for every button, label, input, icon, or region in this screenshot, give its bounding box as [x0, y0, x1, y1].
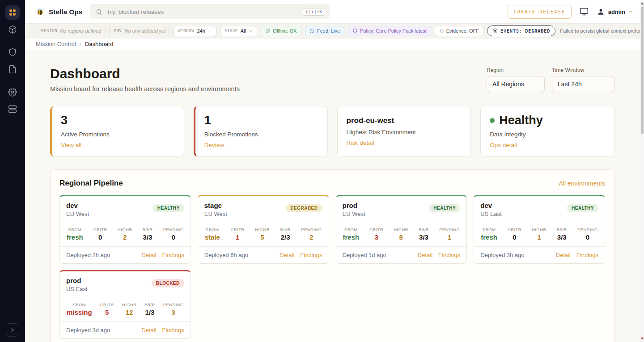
grid-icon [8, 8, 17, 17]
feed-status-chip[interactable]: Feed: Live [305, 26, 344, 36]
sidebar-item-dashboard[interactable] [5, 5, 20, 20]
risk-detail-link[interactable]: Risk detail [347, 139, 374, 146]
window-filter-chip[interactable]: WINDOW 24h [174, 26, 216, 36]
chevron-down-icon [628, 9, 633, 14]
bee-logo-icon [36, 7, 45, 16]
environment-name: dev [480, 202, 502, 209]
search-icon [96, 8, 102, 15]
deployed-time: Deployed 3d ago [66, 327, 110, 334]
breadcrumb-mission-control[interactable]: Mission Control [36, 41, 76, 47]
blocked-promotions-card: 1 Blocked Promotions Review [194, 106, 328, 157]
display-toggle-button[interactable] [580, 7, 589, 16]
shield-icon [8, 48, 17, 57]
app-shell: Stella Ops Ctrl+K CREATE RELEASE [25, 0, 644, 342]
status-badge: BLOCKED [152, 279, 184, 287]
pending-value: 1 [439, 233, 460, 241]
deployed-time: Deployed 6h ago [204, 252, 248, 258]
findings-link[interactable]: Findings [438, 252, 460, 258]
findings-link[interactable]: Findings [162, 327, 184, 334]
environment-name: prod [66, 277, 88, 284]
app-brand: Stella Ops [36, 7, 82, 16]
environment-name: prod [343, 202, 365, 209]
pipeline-card: prod EU West HEALTHY SBOMfresh CRITR3 HI… [336, 195, 467, 264]
card-label: Data Integrity [490, 131, 605, 138]
scroll-up-arrow[interactable] [641, 2, 644, 4]
search-shortcut-badge: Ctrl+K [303, 8, 325, 16]
findings-link[interactable]: Findings [162, 252, 184, 258]
highr-value: 2 [118, 233, 132, 241]
time-window-select[interactable]: Last 24h [552, 76, 614, 92]
bir-value: 1/3 [144, 308, 155, 316]
findings-link[interactable]: Findings [300, 252, 322, 258]
document-icon [8, 65, 17, 74]
create-release-button[interactable]: CREATE RELEASE [508, 5, 572, 19]
status-badge: DEGRADED [286, 204, 322, 212]
detail-link[interactable]: Detail [418, 252, 432, 258]
stage-filter-chip[interactable]: STAGE All [220, 26, 257, 36]
environment-region: EU West [66, 211, 89, 217]
main-content: Dashboard Mission board for release heal… [25, 50, 644, 342]
sidebar-item-security[interactable] [5, 45, 20, 59]
search-input[interactable] [106, 8, 299, 15]
view-all-link[interactable]: View all [61, 142, 81, 148]
user-name: admin [608, 8, 625, 15]
scroll-down-arrow[interactable] [641, 338, 644, 340]
page-title: Dashboard [50, 66, 240, 81]
bir-value: 3/3 [557, 233, 567, 241]
panel-title: Regional Pipeline [59, 179, 123, 188]
active-promotions-value: 3 [61, 114, 175, 127]
active-promotions-card: 3 Active Promotions View all [50, 106, 184, 157]
detail-link[interactable]: Detail [280, 252, 294, 258]
all-environments-link[interactable]: All environments [559, 180, 606, 187]
page-subtitle: Mission board for release health across … [50, 85, 240, 93]
region-filter-chip[interactable]: REGION No regions defined [37, 26, 106, 36]
shield-icon [352, 28, 358, 34]
sidebar-item-documents[interactable] [5, 62, 20, 76]
bir-value: 3/3 [419, 233, 429, 241]
context-bar: REGION No regions defined ENV No env def… [25, 23, 644, 38]
detail-link[interactable]: Detail [141, 327, 156, 334]
pipeline-card: stage EU West DEGRADED SBOMstale CRITR1 … [198, 195, 329, 264]
sidebar [0, 0, 25, 342]
user-icon [597, 8, 605, 16]
events-status-pill[interactable]: EVENTS: DEGRADED [487, 25, 555, 36]
sidebar-item-infrastructure[interactable] [5, 102, 20, 116]
app-title: Stella Ops [49, 8, 82, 16]
sidebar-expand-button[interactable] [6, 323, 19, 337]
critr-value: 3 [369, 233, 383, 241]
breadcrumb-separator: › [80, 41, 81, 47]
blocked-promotions-value: 1 [204, 114, 318, 127]
env-filter-chip[interactable]: ENV No env defined yet [109, 26, 170, 36]
pending-value: 0 [577, 233, 598, 241]
detail-link[interactable]: Detail [141, 252, 156, 258]
scrollbar[interactable] [640, 0, 644, 342]
environment-region: EU West [343, 211, 365, 217]
pipeline-card: prod US East BLOCKED SBOMmissing CRITR5 … [59, 270, 191, 339]
region-filter-label: Region [487, 67, 545, 73]
offline-status-chip[interactable]: Offline: OK [261, 26, 301, 36]
card-label: Highest Risk Environment [347, 129, 462, 135]
deployed-time: Deployed 2h ago [66, 252, 110, 258]
environment-name: stage [204, 202, 227, 209]
environment-region: US East [480, 211, 502, 217]
policy-status-chip[interactable]: Policy: Core Policy Pack latest [348, 26, 431, 36]
breadcrumb-current: Dashboard [85, 41, 114, 47]
context-warning-text: Failed to persist global context prefere… [560, 28, 644, 34]
deployed-time: Deployed 3h ago [480, 252, 524, 258]
global-search[interactable]: Ctrl+K [90, 4, 330, 19]
sidebar-item-releases[interactable] [5, 22, 20, 37]
region-select[interactable]: All Regions [487, 76, 545, 92]
evidence-status-chip[interactable]: Evidence: OFF [435, 26, 483, 36]
findings-link[interactable]: Findings [576, 252, 598, 258]
scrollbar-thumb[interactable] [641, 6, 644, 134]
sbom-value: fresh [481, 233, 497, 241]
review-link[interactable]: Review [204, 142, 224, 148]
detail-link[interactable]: Detail [556, 252, 571, 258]
rss-icon [309, 28, 315, 34]
sidebar-item-settings[interactable] [5, 85, 20, 99]
ops-detail-link[interactable]: Ops detail [490, 142, 517, 148]
user-menu[interactable]: admin [597, 8, 633, 16]
highest-risk-card: prod-eu-west Highest Risk Environment Ri… [337, 106, 471, 157]
critr-value: 0 [93, 233, 107, 241]
deployed-time: Deployed 1d ago [343, 252, 386, 258]
